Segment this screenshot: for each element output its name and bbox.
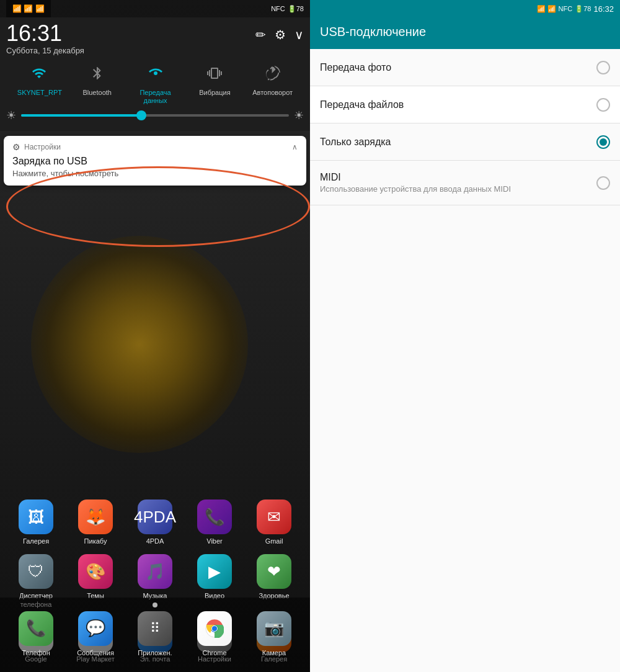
data-toggle-icon — [143, 60, 169, 86]
toggle-wifi[interactable]: SKYNET_RPT — [17, 60, 61, 105]
manager-icon: 🛡 — [19, 554, 53, 589]
nfc-icon: NFC — [271, 5, 285, 12]
brightness-low-icon: ☀ — [6, 109, 16, 122]
usb-title: USB-подключение — [320, 25, 610, 39]
right-nfc-icon: NFC — [559, 5, 573, 12]
music-icon: 🎵 — [138, 554, 172, 589]
notif-app-name: Настройки — [24, 143, 288, 151]
gmail-label: Gmail — [265, 537, 283, 545]
dock-phone[interactable]: 📞 Телефон — [11, 611, 61, 657]
4pda-label: 4PDA — [146, 537, 164, 545]
gallery1-icon: 🖼 — [19, 500, 53, 534]
usb-option-charge-radio[interactable] — [596, 135, 610, 149]
toggle-vibration[interactable]: Вибрация — [199, 60, 230, 105]
autorotate-label: Автоповорот — [252, 89, 293, 97]
data-label: Передача данных — [134, 89, 177, 105]
dock-sms[interactable]: 💬 Сообщения — [71, 611, 120, 657]
usb-option-files-label: Передача файлов — [320, 99, 596, 110]
usb-option-photo-text: Передача фото — [320, 62, 596, 73]
app-gallery1[interactable]: 🖼 Галерея — [11, 500, 61, 545]
usb-option-midi-radio[interactable] — [596, 176, 610, 190]
themes-icon: 🎨 — [78, 554, 113, 589]
right-status-icons: 📶 📶 NFC 🔋78 16:32 — [537, 4, 614, 14]
usb-option-midi-sublabel: Использование устройства для ввода данны… — [320, 184, 596, 194]
app-4pda[interactable]: 4PDA 4PDA — [130, 500, 180, 545]
bluetooth-label: Bluetooth — [82, 89, 111, 97]
datetime-block: 16:31 Суббота, 15 декабря — [6, 22, 84, 55]
brightness-slider[interactable] — [21, 114, 289, 117]
dock-camera[interactable]: 📷 Камера — [249, 611, 299, 657]
brightness-high-icon: ☀ — [294, 109, 304, 122]
pikabu-label: Пикабу — [84, 537, 107, 545]
svg-point-4 — [212, 626, 217, 631]
wifi-toggle-icon — [26, 60, 52, 86]
brightness-row: ☀ ☀ — [6, 109, 304, 122]
usb-option-files-radio[interactable] — [596, 98, 610, 112]
battery-icon: 🔋78 — [288, 5, 304, 13]
usb-options-area: Передача фото Передача файлов Только зар… — [310, 49, 620, 672]
gallery1-label: Галерея — [23, 537, 49, 545]
usb-option-files[interactable]: Передача файлов — [310, 86, 620, 123]
gmail-icon: ✉ — [257, 500, 291, 534]
usb-option-midi[interactable]: MIDI Использование устройства для ввода … — [310, 161, 620, 205]
left-status-bar: 📶 📶 📶 NFC 🔋78 — [0, 0, 310, 17]
settings-icon[interactable]: ⚙ — [275, 27, 286, 42]
usb-option-photo-label: Передача фото — [320, 62, 596, 73]
app-gmail[interactable]: ✉ Gmail — [249, 500, 299, 545]
video-icon: ▶ — [197, 554, 232, 589]
app-row-1: 🖼 Галерея 🦊 Пикабу 4PDA 4PDA 📞 Viber ✉ G… — [6, 500, 304, 545]
left-panel: 📶 📶 📶 NFC 🔋78 16:31 Суббота, 15 декабря … — [0, 0, 310, 672]
usb-options-list: Передача фото Передача файлов Только зар… — [310, 49, 620, 672]
right-battery-icon: 🔋78 — [575, 5, 591, 13]
apps-icon: ⠿ — [138, 611, 172, 646]
right-clock: 16:32 — [593, 4, 614, 14]
quick-settings-panel: 16:31 Суббота, 15 декабря ✏ ⚙ ∨ SKYNET_R… — [0, 17, 310, 131]
vibration-toggle-icon — [202, 60, 228, 86]
toggle-autorotate[interactable]: Автоповорот — [252, 60, 293, 105]
right-signal-icon: 📶 📶 — [537, 5, 556, 13]
autorotate-toggle-icon — [260, 60, 286, 86]
pikabu-icon: 🦊 — [78, 500, 113, 534]
left-status-time: 📶 📶 📶 — [6, 0, 51, 17]
usb-option-photo-radio[interactable] — [596, 61, 610, 74]
sms-icon: 💬 — [78, 611, 113, 646]
bluetooth-toggle-icon — [84, 60, 110, 86]
usb-header: USB-подключение — [310, 17, 620, 49]
expand-icon[interactable]: ∨ — [294, 27, 304, 42]
notification-header: ⚙ Настройки ∧ — [12, 142, 298, 152]
4pda-icon: 4PDA — [138, 500, 172, 534]
notif-chevron-icon: ∧ — [292, 143, 298, 151]
notification-card[interactable]: ⚙ Настройки ∧ Зарядка по USB Нажмите, чт… — [4, 136, 306, 186]
toggle-data[interactable]: Передача данных — [134, 60, 177, 105]
dock-chrome[interactable]: Chrome — [190, 611, 239, 657]
apps-label: Приложен. — [138, 649, 172, 657]
usb-option-photo[interactable]: Передача фото — [310, 49, 620, 86]
viber-label: Viber — [206, 537, 222, 545]
phone-icon: 📞 — [19, 611, 53, 646]
usb-option-charge[interactable]: Только зарядка — [310, 123, 620, 161]
dock-row: 📞 Телефон 💬 Сообщения ⠿ Приложен. — [6, 611, 304, 657]
dock-area: 📞 Телефон 💬 Сообщения ⠿ Приложен. — [0, 598, 310, 672]
toggle-bluetooth[interactable]: Bluetooth — [82, 60, 111, 105]
app-pikabu[interactable]: 🦊 Пикабу — [71, 500, 120, 545]
panel-action-icons: ✏ ⚙ ∨ — [255, 22, 304, 42]
viber-icon: 📞 — [197, 500, 232, 534]
vibration-label: Вибрация — [199, 89, 230, 97]
edit-icon[interactable]: ✏ — [255, 27, 266, 42]
wifi-label: SKYNET_RPT — [17, 89, 61, 97]
settings-notif-icon: ⚙ — [12, 142, 20, 152]
dock-page-dot — [153, 603, 157, 607]
health-icon: ❤ — [257, 554, 291, 589]
quick-toggle-row: SKYNET_RPT Bluetooth — [6, 60, 304, 105]
sms-label: Сообщения — [77, 649, 114, 657]
usb-option-charge-radio-inner — [600, 138, 607, 146]
svg-point-0 — [154, 71, 157, 75]
notif-title: Зарядка по USB — [12, 156, 298, 167]
chrome-label: Chrome — [202, 649, 226, 657]
usb-option-files-text: Передача файлов — [320, 99, 596, 110]
phone-label: Телефон — [22, 649, 50, 657]
dock-apps[interactable]: ⠿ Приложен. — [130, 611, 180, 657]
camera-label: Камера — [262, 649, 286, 657]
left-clock: 16:31 — [6, 22, 84, 45]
app-viber[interactable]: 📞 Viber — [190, 500, 239, 545]
